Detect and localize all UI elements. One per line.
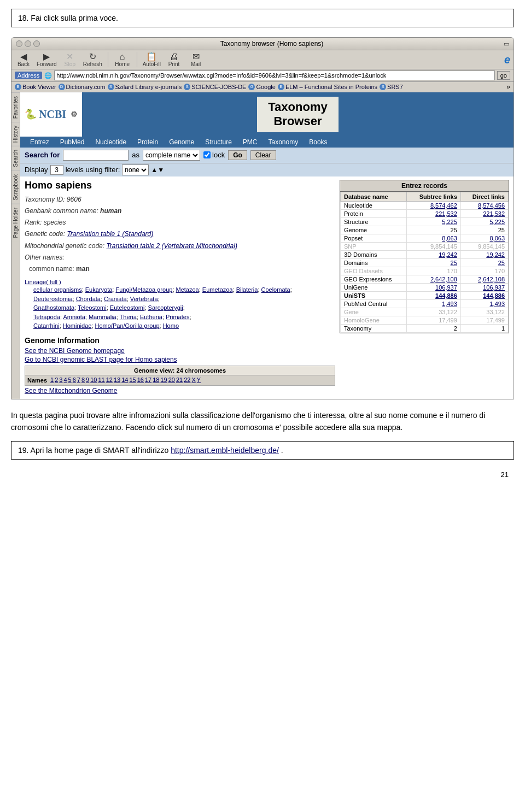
geo-expr-direct-link[interactable]: 2,642,108 (478, 276, 505, 283)
bookmark-srs7[interactable]: S SRS7 (380, 84, 403, 90)
lineage-item-hominidae[interactable]: Hominidae (63, 322, 92, 329)
lineage-item-craniata[interactable]: Craniata (104, 296, 127, 302)
lineage-item-eumetazoa[interactable]: Eumetazoa (202, 286, 233, 293)
nav-pubmed[interactable]: PubMed (55, 137, 90, 148)
chrom-14[interactable]: 14 (121, 376, 128, 383)
search-input[interactable] (63, 150, 129, 161)
lineage-item-fungi-metazoa[interactable]: Fungi/Metazoa group (115, 286, 172, 293)
chrom-16[interactable]: 16 (137, 376, 144, 383)
chrom-X[interactable]: X (191, 376, 195, 383)
chrom-Y[interactable]: Y (197, 376, 201, 383)
bookmark-dictionary[interactable]: D Dictionary.com (59, 84, 106, 90)
lineage-item-tetrapoda[interactable]: Tetrapoda (33, 314, 60, 320)
display-number-input[interactable] (50, 165, 63, 175)
sidebar-tab-scrapbook[interactable]: Scrapbook (11, 170, 20, 204)
smart-link[interactable]: http://smart.embl-heidelberg.de/ (171, 446, 279, 455)
refresh-button[interactable]: ↻ Refresh (83, 52, 102, 67)
unigene-subtree-link[interactable]: 106,937 (435, 284, 457, 291)
nucleotide-subtree-link[interactable]: 8,574,462 (430, 202, 457, 209)
back-button[interactable]: ◀ Back (15, 52, 32, 67)
structure-subtree-link[interactable]: 5,225 (442, 219, 457, 225)
mail-button[interactable]: ✉ Mail (187, 52, 205, 67)
window-dot-2[interactable] (25, 40, 31, 47)
nav-genome[interactable]: Genome (164, 137, 200, 148)
bookmark-science-jobs[interactable]: S SCIENCE-JOBS-DE (184, 84, 246, 90)
ncbi-settings-icon[interactable]: ⚙ (71, 110, 78, 119)
forward-button[interactable]: ▶ Forward (37, 52, 57, 67)
pubmedcentral-subtree-link[interactable]: 1,493 (442, 301, 457, 307)
lineage-item-sarcopterygii[interactable]: Sarcopterygii (148, 304, 183, 311)
address-input[interactable] (54, 70, 494, 80)
lineage-full-link[interactable]: Lineage( full ) (25, 279, 61, 285)
lineage-item-gnathostomata[interactable]: Gnathostomata (33, 304, 74, 311)
window-dot-3[interactable] (33, 40, 40, 47)
pubmedcentral-direct-link[interactable]: 1,493 (489, 301, 505, 307)
nav-pmc[interactable]: PMC (237, 137, 263, 148)
3ddomains-subtree-link[interactable]: 19,242 (439, 251, 457, 258)
bookmark-google[interactable]: G Google (248, 84, 275, 90)
lineage-item-bilateria[interactable]: Bilateria (236, 286, 258, 293)
lineage-item-coelomata[interactable]: Coelomata (261, 286, 290, 293)
sidebar-tab-history[interactable]: History (11, 122, 20, 146)
stop-button[interactable]: ✕ Stop (61, 52, 79, 67)
bookmark-szilard[interactable]: S Szilard Library e-journals (108, 84, 182, 90)
lineage-item-metazoa[interactable]: Metazoa (176, 286, 199, 293)
search-clear-button[interactable]: Clear (250, 150, 276, 160)
chrom-3[interactable]: 3 (59, 376, 62, 383)
nav-books[interactable]: Books (304, 137, 332, 148)
bookmarks-overflow[interactable]: » (506, 83, 510, 91)
chrom-20[interactable]: 20 (168, 376, 175, 383)
unigene-direct-link[interactable]: 106,937 (483, 284, 505, 291)
lineage-item-homo[interactable]: Homo (163, 322, 179, 329)
lineage-item-euteleostomi[interactable]: Euteleostomi (110, 304, 145, 311)
unists-direct-link[interactable]: 144,886 (483, 292, 505, 299)
nav-taxonomy[interactable]: Taxonomy (263, 137, 304, 148)
chrom-9[interactable]: 9 (86, 376, 89, 383)
lineage-item-theria[interactable]: Theria (120, 314, 137, 320)
bookmark-book-viewer[interactable]: B Book Viewer (15, 84, 56, 90)
popset-subtree-link[interactable]: 8,063 (442, 235, 457, 242)
autofill-button[interactable]: 📋 AutoFill (143, 52, 161, 67)
chrom-22[interactable]: 22 (184, 376, 190, 383)
home-button[interactable]: ⌂ Home (114, 52, 131, 67)
lineage-item-primates[interactable]: Primates (166, 314, 189, 320)
nav-structure[interactable]: Structure (200, 137, 237, 148)
3ddomains-direct-link[interactable]: 19,242 (486, 251, 505, 258)
lineage-item-homo-pan[interactable]: Homo/Pan/Gorilla group (95, 322, 160, 329)
sidebar-tab-favorites[interactable]: Favorites (11, 92, 20, 122)
lineage-item-amniota[interactable]: Amniota (63, 314, 85, 320)
nav-entrez[interactable]: Entrez (25, 137, 55, 148)
chrom-2[interactable]: 2 (55, 376, 58, 383)
display-filter-select[interactable]: none (122, 164, 149, 175)
chrom-17[interactable]: 17 (145, 376, 151, 383)
search-type-select[interactable]: complete name (143, 150, 200, 161)
lineage-item-teleostomi[interactable]: Teleostomi (78, 304, 107, 311)
chrom-21[interactable]: 21 (176, 376, 183, 383)
genetic-code-link[interactable]: Translation table 1 (Standard) (67, 230, 153, 238)
chrom-15[interactable]: 15 (129, 376, 136, 383)
chrom-7[interactable]: 7 (77, 376, 80, 383)
lineage-item-deuterostomia[interactable]: Deuterostomia (33, 296, 73, 302)
geo-expr-subtree-link[interactable]: 2,642,108 (430, 276, 457, 283)
search-go-button[interactable]: Go (228, 150, 247, 160)
chrom-1[interactable]: 1 (50, 376, 54, 383)
unists-subtree-link[interactable]: 144,886 (435, 292, 457, 299)
chrom-12[interactable]: 12 (106, 376, 113, 383)
chrom-10[interactable]: 10 (90, 376, 97, 383)
chrom-6[interactable]: 6 (73, 376, 76, 383)
nucleotide-direct-link[interactable]: 8,574,456 (478, 202, 505, 209)
lineage-item-catarrhini[interactable]: Catarrhini (33, 322, 60, 329)
protein-subtree-link[interactable]: 221,532 (435, 210, 457, 217)
sidebar-tab-search[interactable]: Search (11, 146, 20, 170)
chrom-19[interactable]: 19 (160, 376, 167, 383)
address-go-button[interactable]: go (497, 71, 510, 80)
mito-genome-link[interactable]: See the Mitochondrion Genome (25, 387, 335, 395)
nav-nucleotide[interactable]: Nucleotide (90, 137, 132, 148)
browser-expand-icon[interactable]: ▭ (504, 40, 509, 48)
domains-direct-link[interactable]: 25 (498, 260, 505, 266)
nav-protein[interactable]: Protein (132, 137, 164, 148)
lineage-item-eukaryota[interactable]: Eukaryota (85, 286, 113, 293)
lineage-item-mammalia[interactable]: Mammalia (89, 314, 116, 320)
sidebar-tab-pageholder[interactable]: Page Holder (11, 204, 20, 242)
window-dot-1[interactable] (16, 40, 22, 47)
